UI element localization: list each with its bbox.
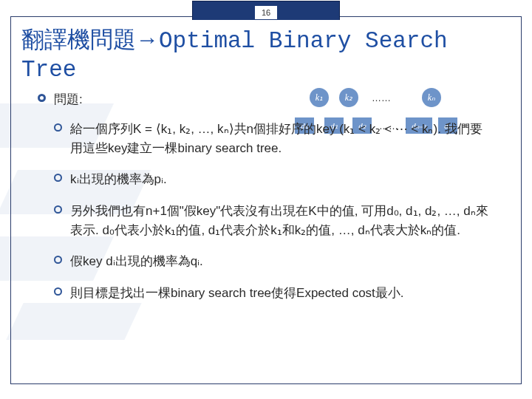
page-number-box: 16	[192, 1, 340, 20]
bullet-1: 給一個序列K = ⟨k₁, k₂, …, kₙ⟩共n個排好序的key (k₁ <…	[38, 120, 494, 159]
content-area: 問題: 給一個序列K = ⟨k₁, k₂, …, kₙ⟩共n個排好序的key (…	[11, 91, 521, 303]
slide-frame: 16 翻譯機問題→Optimal Binary Search Tree k₁ k…	[10, 16, 522, 384]
problem-heading: 問題:	[38, 91, 494, 108]
bullet-5: 則目標是找出一棵binary search tree使得Expected cos…	[38, 284, 494, 303]
bullet-4: 假key dᵢ出現的機率為qᵢ.	[38, 252, 494, 271]
problem-label: 問題:	[54, 92, 83, 106]
page-number: 16	[255, 6, 277, 19]
slide-title: 翻譯機問題→Optimal Binary Search Tree	[11, 17, 521, 88]
title-prefix: 翻譯機問題	[21, 28, 136, 54]
title-arrow-icon: →	[136, 27, 159, 52]
bullet-3: 另外我們也有n+1個"假key"代表沒有出現在K中的值, 可用d₀, d₁, d…	[38, 202, 494, 241]
bullet-2: kᵢ出現的機率為pᵢ.	[38, 170, 494, 189]
